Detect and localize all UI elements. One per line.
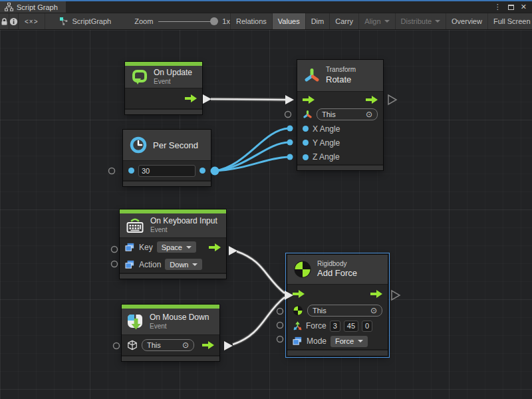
- zoom-slider-handle[interactable]: [210, 17, 218, 25]
- relations-label: Relations: [236, 17, 267, 25]
- node-title: On Keyboard Input: [150, 216, 217, 226]
- mouse-this-circle: [114, 343, 120, 349]
- zoom-value: 1x: [222, 17, 230, 25]
- node-footer: [125, 108, 202, 114]
- graph-name-label: ScriptGraph: [72, 17, 112, 25]
- tab-script-graph[interactable]: Script Graph: [0, 1, 66, 13]
- lock-button[interactable]: [0, 13, 9, 29]
- flow-out-port[interactable]: [370, 290, 382, 298]
- flow-in-port[interactable]: [293, 290, 305, 298]
- this-target-field[interactable]: This ⊙: [142, 339, 194, 351]
- this-target-field[interactable]: This ⊙: [317, 108, 378, 120]
- maximize-icon[interactable]: [508, 5, 514, 10]
- node-footer: [123, 180, 211, 186]
- node-footer: [287, 349, 388, 356]
- target-picker-icon[interactable]: ⊙: [370, 307, 377, 315]
- force-x-input[interactable]: 3: [330, 321, 340, 332]
- this-value: This: [322, 110, 336, 118]
- node-add-force[interactable]: Rigidbody Add Force This ⊙: [287, 255, 388, 356]
- action-dropdown[interactable]: Down: [165, 259, 202, 270]
- code-icon: <×>: [25, 18, 39, 25]
- force-label: Force: [306, 321, 327, 331]
- graph-breadcrumb[interactable]: ScriptGraph: [53, 13, 118, 29]
- rotate-flow-out-triangle: [388, 95, 396, 104]
- flow-out-port[interactable]: [209, 243, 221, 251]
- value-output-dot[interactable]: [211, 167, 219, 176]
- node-subtitle: Event: [154, 78, 192, 86]
- force-y-value: 45: [347, 322, 355, 330]
- this-target-field[interactable]: This ⊙: [307, 305, 382, 317]
- close-icon[interactable]: ✕: [521, 3, 527, 11]
- relations-button[interactable]: Relations: [230, 13, 272, 29]
- info-button[interactable]: [9, 13, 19, 29]
- target-picker-icon[interactable]: ⊙: [366, 110, 372, 118]
- this-value: This: [313, 307, 327, 315]
- target-picker-icon[interactable]: ⊙: [182, 341, 189, 349]
- overview-label: Overview: [452, 17, 482, 25]
- action-value: Down: [170, 261, 188, 269]
- flow-out-port[interactable]: [202, 341, 214, 349]
- node-subtitle: Event: [150, 323, 209, 331]
- force-y-input[interactable]: 45: [344, 321, 358, 332]
- force-z-input[interactable]: 0: [362, 321, 372, 332]
- node-title: Add Force: [317, 268, 357, 279]
- align-button[interactable]: Align: [358, 13, 394, 29]
- persecond-input-circle: [109, 168, 115, 174]
- values-label: Values: [278, 17, 300, 25]
- carry-button[interactable]: Carry: [329, 13, 358, 29]
- node-category: Rigidbody: [317, 260, 357, 269]
- mode-dropdown[interactable]: Force: [331, 336, 368, 347]
- node-title: Per Second: [153, 140, 198, 150]
- distribute-button[interactable]: Distribute: [395, 13, 446, 29]
- overview-button[interactable]: Overview: [446, 13, 487, 29]
- zoom-slider[interactable]: [158, 21, 217, 22]
- enum-icon: [125, 260, 135, 269]
- key-dropdown[interactable]: Space: [157, 241, 196, 253]
- connections-layer: [0, 30, 532, 399]
- keyboard-icon: [126, 217, 144, 234]
- connection-keyboard-to-addforce: [229, 246, 285, 293]
- carry-label: Carry: [335, 17, 353, 25]
- full-screen-button[interactable]: Full Screen: [487, 13, 532, 29]
- on-update-loop-icon: [131, 68, 148, 86]
- keyboard-action-circle: [112, 261, 118, 267]
- flow-out-port[interactable]: [366, 96, 378, 104]
- chevron-down-icon: [435, 20, 440, 23]
- zoom-control: Zoom 1x: [134, 13, 230, 29]
- value-in-port[interactable]: [303, 154, 309, 160]
- rotate-this-circle: [285, 112, 291, 118]
- value-in-port[interactable]: [303, 126, 309, 132]
- node-on-update[interactable]: On Update Event: [125, 62, 202, 114]
- edit-source-button[interactable]: <×>: [19, 13, 45, 29]
- transform-icon: [303, 110, 313, 120]
- node-per-second[interactable]: Per Second 30: [123, 130, 211, 186]
- chevron-down-icon: [186, 246, 192, 249]
- node-subtitle: Event: [150, 226, 217, 235]
- chevron-down-icon: [192, 263, 198, 266]
- addforce-mode-circle: [277, 336, 283, 342]
- per-second-value-input[interactable]: 30: [138, 165, 196, 177]
- window-menu-icon[interactable]: ⋮: [494, 3, 501, 11]
- connection-mouse-to-addforce: [224, 291, 293, 350]
- port-label: X Angle: [313, 124, 340, 134]
- value-in-port[interactable]: [128, 168, 134, 174]
- rigidbody-icon: [293, 305, 303, 316]
- dim-button[interactable]: Dim: [305, 13, 330, 29]
- graph-canvas[interactable]: On Update Event Transform Rotate: [0, 30, 532, 399]
- node-rotate[interactable]: Transform Rotate This ⊙ X Angle: [297, 60, 383, 170]
- flow-out-port[interactable]: [185, 94, 197, 102]
- keyboard-key-circle: [112, 247, 118, 253]
- flow-in-port[interactable]: [303, 96, 315, 104]
- mode-value: Force: [335, 337, 354, 345]
- key-value: Space: [162, 243, 182, 251]
- key-label: Key: [139, 243, 153, 252]
- node-on-mouse-down[interactable]: On Mouse Down Event This ⊙: [122, 305, 219, 361]
- node-on-keyboard-input[interactable]: On Keyboard Input Event Key Space: [120, 209, 226, 279]
- value-in-port[interactable]: [303, 140, 309, 146]
- addforce-force-circle: [277, 323, 283, 329]
- values-button[interactable]: Values: [272, 13, 305, 29]
- value-out-port[interactable]: [200, 168, 205, 174]
- enum-icon: [293, 336, 303, 346]
- node-category: Transform: [326, 66, 356, 74]
- mouse-down-icon: [128, 313, 144, 331]
